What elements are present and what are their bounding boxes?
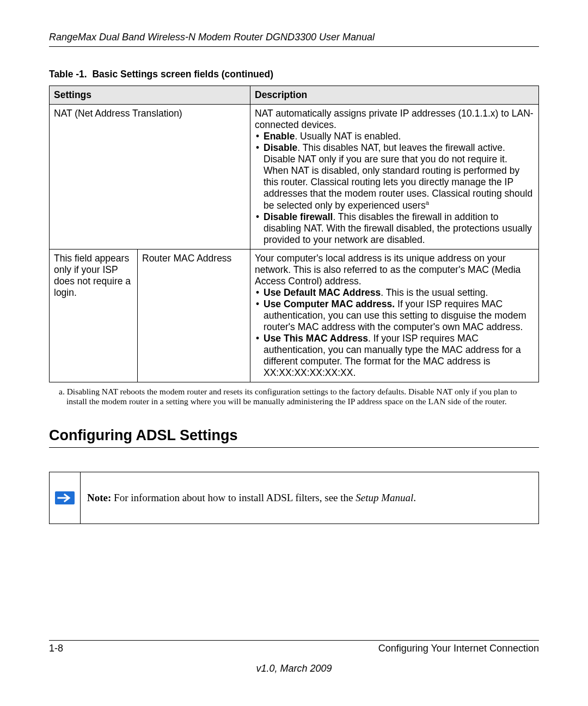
note-after: . (413, 492, 416, 503)
note-box: Note: For information about how to insta… (49, 472, 539, 524)
settings-table: Settings Description NAT (Net Address Tr… (49, 86, 539, 382)
footnote-marker: a. (59, 387, 65, 396)
item-text: . This is the usual setting. (381, 287, 488, 298)
desc-intro: NAT automatically assigns private IP add… (255, 108, 534, 130)
item-label: Disable (264, 142, 297, 153)
item-label: Enable (264, 131, 295, 142)
setting-name: NAT (Net Address Translation) (50, 105, 250, 249)
page-number: 1-8 (49, 643, 63, 654)
list-item: Enable. Usually NAT is enabled. (264, 131, 534, 142)
col-settings: Settings (50, 86, 250, 105)
note-text: Note: For information about how to insta… (81, 472, 538, 524)
note-icon-cell (50, 472, 81, 524)
footnote: a. Disabling NAT reboots the modem route… (59, 387, 539, 407)
setting-desc: NAT automatically assigns private IP add… (250, 105, 539, 249)
section-heading: Configuring ADSL Settings (49, 427, 539, 448)
setting-desc: Your computer's local address is its uni… (250, 249, 539, 382)
arrow-right-icon (55, 491, 75, 504)
footnote-text: Disabling NAT reboots the modem router a… (66, 387, 517, 406)
list-item: Use This MAC Address. If your ISP requir… (264, 333, 534, 379)
item-label: Disable firewall (264, 211, 333, 222)
setting-name: Router MAC Address (138, 249, 250, 382)
footnote-ref: a (426, 199, 429, 206)
chapter-title: Configuring Your Internet Connection (378, 643, 539, 654)
page-footer: 1-8 Configuring Your Internet Connection… (49, 640, 539, 674)
table-caption: Table -1. Basic Settings screen fields (… (49, 69, 539, 80)
list-item: Disable. This disables NAT, but leaves t… (264, 142, 534, 211)
note-label: Note: (87, 492, 111, 503)
table-caption-text: Basic Settings screen fields (continued) (92, 69, 273, 80)
table-caption-prefix: Table -1. (49, 69, 87, 80)
note-emph: Setup Manual (356, 492, 413, 503)
list-item: Use Computer MAC address. If your ISP re… (264, 299, 534, 333)
list-item: Use Default MAC Address. This is the usu… (264, 287, 534, 299)
item-text: . This disables NAT, but leaves the fire… (264, 142, 532, 211)
item-label: Use Computer MAC address. (264, 299, 395, 309)
desc-list: Enable. Usually NAT is enabled. Disable.… (255, 131, 534, 246)
table-row: NAT (Net Address Translation) NAT automa… (50, 105, 539, 249)
page-header: RangeMax Dual Band Wireless-N Modem Rout… (49, 32, 539, 47)
desc-list: Use Default MAC Address. This is the usu… (255, 287, 534, 379)
table-header-row: Settings Description (50, 86, 539, 105)
item-label: Use This MAC Address (264, 333, 368, 344)
desc-intro: Your computer's local address is its uni… (255, 253, 520, 287)
col-description: Description (250, 86, 539, 105)
item-text: . Usually NAT is enabled. (295, 131, 401, 142)
setting-condition: This field appears only if your ISP does… (50, 249, 138, 382)
list-item: Disable firewall. This disables the fire… (264, 211, 534, 246)
note-body: For information about how to install ADS… (111, 492, 356, 503)
footer-line: 1-8 Configuring Your Internet Connection (49, 640, 539, 654)
item-label: Use Default MAC Address (264, 287, 381, 298)
footer-version: v1.0, March 2009 (49, 663, 539, 674)
table-row: This field appears only if your ISP does… (50, 249, 539, 382)
